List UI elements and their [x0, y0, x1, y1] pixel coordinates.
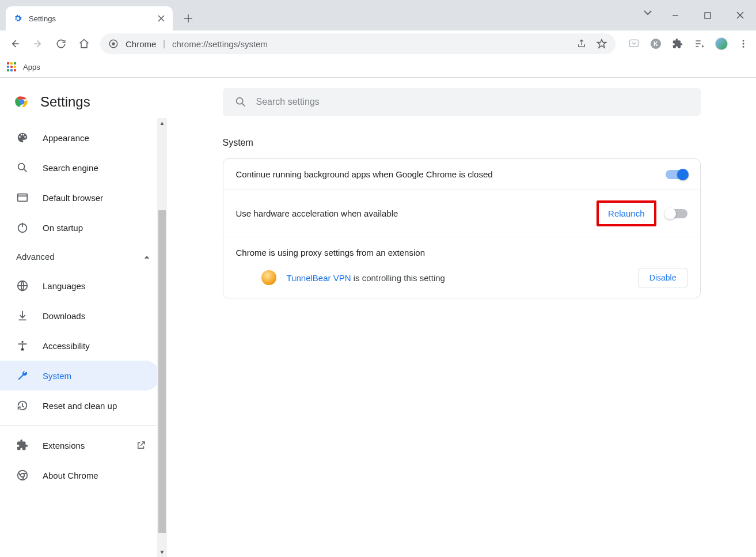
settings-sidebar: Settings Appearance Search engine Defaul… — [0, 78, 167, 557]
setting-hardware-acceleration: Use hardware acceleration when available… — [223, 190, 700, 237]
sidebar-item-label: System — [43, 371, 71, 381]
apps-grid-icon[interactable] — [7, 62, 17, 73]
browser-icon — [16, 191, 29, 204]
svg-rect-0 — [705, 13, 711, 18]
home-button[interactable] — [74, 33, 94, 54]
svg-point-2 — [112, 42, 115, 45]
tab-search-chevron-icon[interactable] — [643, 8, 652, 17]
sidebar-item-label: Reset and clean up — [43, 401, 117, 411]
sidebar-item-appearance[interactable]: Appearance — [0, 123, 160, 153]
setting-label: Continue running background apps when Go… — [236, 169, 656, 179]
setting-proxy: Chrome is using proxy settings from an e… — [223, 237, 700, 298]
extension-desc: is controlling this setting — [351, 273, 445, 283]
pocket-icon[interactable] — [626, 36, 642, 52]
svg-rect-11 — [18, 194, 28, 202]
highlight-annotation: Relaunch — [597, 200, 656, 226]
setting-label: Chrome is using proxy settings from an e… — [236, 248, 425, 257]
sidebar-item-search-engine[interactable]: Search engine — [0, 153, 160, 183]
accessibility-icon — [16, 339, 29, 352]
omnibox-url: chrome://settings/system — [172, 39, 268, 49]
chrome-logo-icon — [14, 94, 30, 110]
reload-button[interactable] — [51, 33, 71, 54]
tunnelbear-icon — [261, 270, 276, 285]
browser-tab[interactable]: Settings — [6, 6, 173, 31]
toggle-background-apps[interactable] — [666, 170, 687, 179]
scroll-up-arrow-icon[interactable]: ▲ — [157, 118, 167, 128]
sidebar-advanced-label: Advanced — [16, 252, 55, 262]
sidebar-item-downloads[interactable]: Downloads — [0, 301, 160, 331]
omnibox-prefix: Chrome — [126, 39, 156, 49]
svg-point-6 — [743, 46, 744, 48]
share-icon[interactable] — [576, 39, 587, 49]
sidebar-item-reset[interactable]: Reset and clean up — [0, 391, 160, 420]
sidebar-item-label: Default browser — [43, 193, 103, 203]
extensions-puzzle-icon[interactable] — [670, 36, 686, 52]
sidebar-item-label: Accessibility — [43, 341, 90, 351]
svg-point-15 — [18, 471, 28, 480]
bookmark-star-icon[interactable] — [596, 38, 607, 50]
omnibox-separator: | — [163, 39, 165, 48]
sidebar-item-extensions[interactable]: Extensions — [0, 430, 160, 460]
svg-point-4 — [743, 40, 744, 41]
sidebar-item-about-chrome[interactable]: About Chrome — [0, 460, 160, 490]
extension-avatar-icon[interactable]: K — [648, 36, 664, 52]
sidebar-item-languages[interactable]: Languages — [0, 271, 160, 301]
chrome-menu-button[interactable] — [735, 36, 751, 52]
chrome-icon — [16, 469, 29, 482]
sidebar-item-label: On startup — [43, 223, 83, 233]
wrench-icon — [16, 369, 29, 382]
setting-label: Use hardware acceleration when available — [236, 209, 588, 218]
sidebar-item-default-browser[interactable]: Default browser — [0, 183, 160, 213]
extension-name-link[interactable]: TunnelBear VPN — [287, 273, 351, 283]
sidebar-item-label: Languages — [43, 281, 85, 291]
sidebar-divider — [0, 425, 167, 426]
svg-rect-3 — [630, 40, 639, 47]
setting-background-apps: Continue running background apps when Go… — [223, 159, 700, 190]
site-info-icon[interactable] — [108, 39, 119, 49]
sidebar-item-accessibility[interactable]: Accessibility — [0, 331, 160, 361]
svg-point-14 — [21, 341, 24, 343]
palette-icon — [16, 131, 29, 144]
globe-icon — [16, 279, 29, 292]
svg-point-17 — [236, 98, 242, 104]
profile-avatar[interactable] — [713, 36, 730, 52]
browser-toolbar: Chrome | chrome://settings/system K — [0, 31, 756, 57]
sidebar-item-on-startup[interactable]: On startup — [0, 213, 160, 242]
settings-search[interactable] — [223, 88, 701, 116]
settings-main: System Continue running background apps … — [167, 78, 756, 557]
svg-point-10 — [18, 164, 25, 170]
sidebar-item-system[interactable]: System — [0, 361, 160, 391]
new-tab-button[interactable] — [180, 10, 197, 27]
settings-page: Settings Appearance Search engine Defaul… — [0, 78, 756, 557]
sidebar-item-label: Extensions — [43, 441, 85, 450]
scroll-down-arrow-icon[interactable]: ▼ — [157, 547, 167, 557]
system-settings-card: Continue running background apps when Go… — [223, 158, 701, 298]
disable-extension-button[interactable]: Disable — [639, 268, 687, 287]
download-icon — [16, 309, 29, 322]
minimize-button[interactable] — [659, 4, 692, 27]
close-window-button[interactable] — [724, 4, 756, 27]
back-button[interactable] — [5, 33, 25, 54]
section-title: System — [223, 138, 701, 148]
restore-icon — [16, 399, 29, 412]
scrollbar-thumb[interactable] — [158, 210, 166, 533]
tab-close-button[interactable] — [157, 14, 166, 23]
puzzle-icon — [16, 439, 29, 452]
search-icon — [234, 96, 247, 108]
media-control-icon[interactable] — [692, 36, 708, 52]
window-controls — [659, 0, 756, 31]
maximize-button[interactable] — [692, 4, 724, 27]
sidebar-scrollbar[interactable]: ▲ ▼ — [157, 118, 167, 557]
relaunch-button[interactable]: Relaunch — [600, 204, 652, 223]
toggle-hardware-acceleration[interactable] — [666, 209, 687, 218]
forward-button[interactable] — [28, 33, 48, 54]
tab-strip: Settings — [0, 0, 756, 31]
chevron-up-icon — [143, 253, 151, 261]
settings-search-input[interactable] — [256, 97, 689, 107]
power-icon — [16, 221, 29, 234]
svg-point-5 — [743, 43, 744, 45]
sidebar-advanced-toggle[interactable]: Advanced — [0, 242, 167, 271]
bookmark-apps[interactable]: Apps — [23, 63, 40, 71]
sidebar-title: Settings — [40, 94, 90, 110]
address-bar[interactable]: Chrome | chrome://settings/system — [100, 33, 616, 54]
